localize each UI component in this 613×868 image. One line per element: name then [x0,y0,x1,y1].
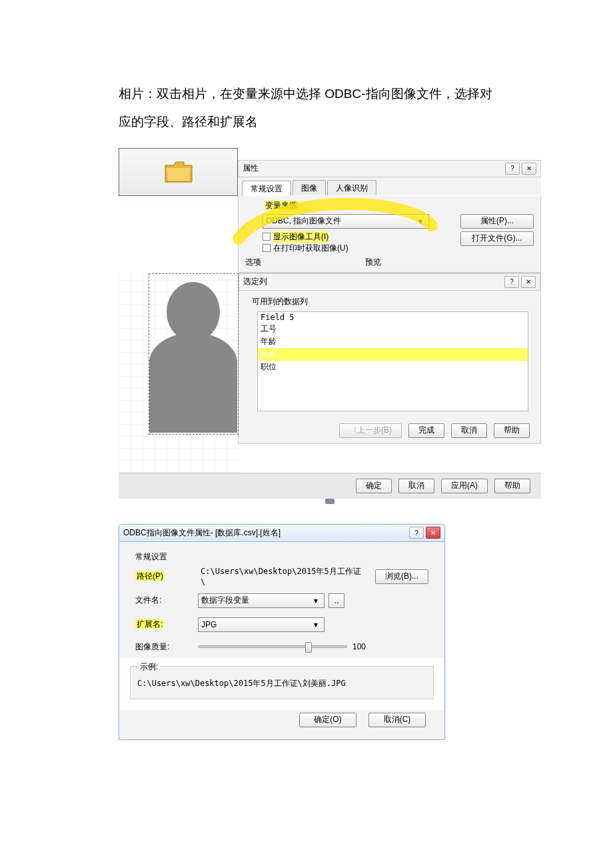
apply-button[interactable]: 应用(A) [441,479,488,493]
help-icon[interactable]: ? [505,163,520,175]
show-image-tool-checkbox[interactable] [263,233,271,241]
chevron-down-icon: ▾ [310,620,321,629]
dialog-title: 属性 [243,163,259,174]
open-file-button[interactable]: 打开文件(G)... [460,231,534,246]
chevron-down-icon: ▾ [310,596,321,605]
quality-label: 图像质量: [135,641,189,653]
preview-label: 预览 [365,257,381,268]
ext-dropdown[interactable]: JPG ▾ [198,617,324,632]
varsrc-dropdown[interactable]: ODBC, 指向图像文件 ▾ [263,214,429,229]
available-columns-label: 可用到的数据列 [239,291,540,310]
list-item[interactable]: 职位 [258,361,528,373]
columns-listbox[interactable]: Field 5 工号 年龄 姓名 职位 [257,311,528,411]
photo-silhouette-body [149,333,237,433]
dialog-title-bar: 属性 ? ✕ [238,160,541,177]
tab-face[interactable]: 人像识别 [327,180,376,195]
resize-handle[interactable] [119,499,541,504]
finish-button[interactable]: 完成 [408,423,444,438]
browse-button[interactable]: 浏览(B)... [375,569,428,584]
varsrc-label: 变量来源: [265,201,299,210]
thumbnail-area [119,148,238,196]
folder-icon [164,160,193,184]
dialog-footer: 确定 取消 应用(A) 帮助 [119,473,541,499]
ext-label: 扩展名: [135,619,164,629]
chevron-down-icon: ▾ [415,217,426,226]
props-body: 变量来源: ODBC, 指向图像文件 ▾ 属性(P)... 显示图像工具(I) … [238,196,541,273]
general-section-label: 常规设置 [135,551,428,563]
help-icon[interactable]: ? [409,527,424,539]
properties-button[interactable]: 属性(P)... [460,214,534,229]
screenshot-odbc-properties: ODBC指向图像文件属性- [数据库.csv].[姓名] ? ✕ 常规设置 路径… [119,524,445,740]
example-fieldset: 示例: C:\Users\xw\Desktop\2015年5月工作证\刘美丽.J… [130,666,434,699]
select-column-title: 选定列 [243,276,267,287]
help-button[interactable]: 帮助 [494,479,530,493]
toolbar-strip [238,148,541,160]
odbc-title-bar: ODBC指向图像文件属性- [数据库.csv].[姓名] ? ✕ [119,525,444,542]
options-label: 选项 [245,257,365,268]
filename-label: 文件名: [135,595,189,606]
help-icon[interactable]: ? [504,276,519,288]
quality-slider[interactable] [198,645,347,648]
list-item[interactable]: 工号 [258,323,528,335]
get-on-print-checkbox[interactable] [263,244,271,252]
example-label: 示例: [137,661,161,673]
filename-more-button[interactable]: .. [328,593,344,608]
cancel-button[interactable]: 取消 [451,423,487,438]
slider-thumb[interactable] [305,642,312,653]
tabs: 常规设置 图像 人像识别 [238,177,541,195]
tab-image[interactable]: 图像 [293,180,326,195]
get-on-print-label: 在打印时获取图像(U) [273,243,348,254]
list-item[interactable]: 年龄 [258,335,528,348]
filename-value: 数据字段变量 [201,595,249,606]
close-icon[interactable]: ✕ [522,163,536,175]
tab-general[interactable]: 常规设置 [242,181,291,196]
help-button[interactable]: 帮助 [494,423,530,438]
quality-value: 100 [352,642,366,651]
cancel-button[interactable]: 取消 [398,479,434,493]
close-icon[interactable]: ✕ [521,276,536,288]
ok-button[interactable]: 确定(O) [299,713,356,727]
back-button: 〈上一步(B) [339,423,402,438]
list-item[interactable]: Field 5 [258,312,528,323]
path-value: C:\Users\xw\Desktop\2015年5月工作证\ [198,569,366,584]
screenshot-properties: 属性 ? ✕ 常规设置 图像 人像识别 变量来源: [119,148,541,504]
show-image-tool-label: 显示图像工具(I) [273,231,328,243]
varsrc-value: ODBC, 指向图像文件 [266,215,341,227]
close-icon[interactable]: ✕ [426,527,440,539]
filename-dropdown[interactable]: 数据字段变量 ▾ [198,593,324,608]
example-path: C:\Users\xw\Desktop\2015年5月工作证\刘美丽.JPG [137,678,426,689]
path-label: 路径(P) [135,571,165,581]
select-column-dialog: 选定列 ? ✕ 可用到的数据列 Field 5 工号 年龄 姓名 职位 〈 [238,273,541,444]
ext-value: JPG [201,620,217,629]
canvas-grid [119,273,238,473]
list-item-selected[interactable]: 姓名 [258,348,528,361]
ok-button[interactable]: 确定 [356,479,392,493]
odbc-title: ODBC指向图像文件属性- [数据库.csv].[姓名] [123,527,281,539]
cancel-button[interactable]: 取消(C) [368,713,426,727]
instruction-text: 相片：双击相片，在变量来源中选择 ODBC-指向图像文件，选择对应的字段、路径和… [119,80,494,136]
